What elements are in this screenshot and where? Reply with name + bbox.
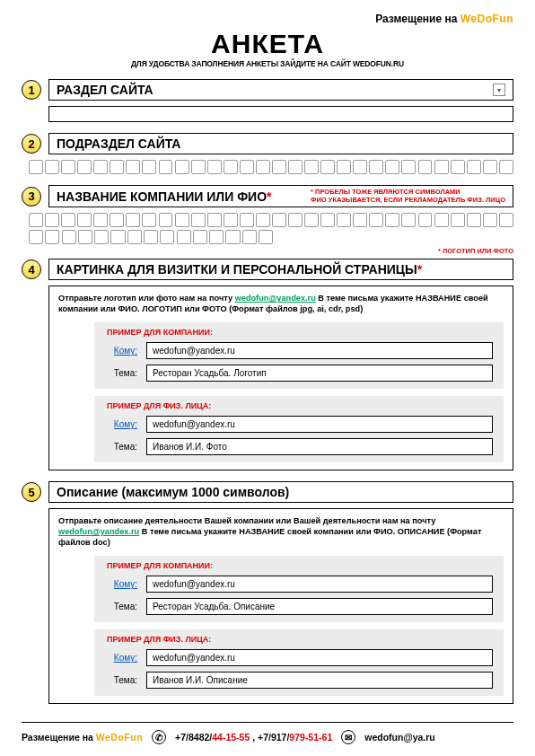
char-box[interactable]	[272, 160, 286, 174]
char-box[interactable]	[177, 230, 191, 244]
char-box[interactable]	[418, 213, 433, 227]
char-box[interactable]	[94, 230, 109, 244]
s5-company-to: wedofun@yandex.ru	[146, 576, 493, 593]
char-box[interactable]	[369, 160, 383, 174]
char-box[interactable]	[272, 213, 286, 227]
char-box[interactable]	[175, 160, 189, 174]
brand-label: WeDoFun	[460, 13, 513, 25]
char-box[interactable]	[225, 230, 240, 244]
char-box[interactable]	[259, 230, 273, 244]
char-box[interactable]	[385, 160, 399, 174]
char-box[interactable]	[401, 213, 416, 227]
footer-phones: +7/8482/44-15-55 , +7/917/979-51-61	[175, 732, 332, 743]
char-box[interactable]	[337, 213, 351, 227]
char-box[interactable]	[385, 213, 399, 227]
char-box[interactable]	[256, 213, 270, 227]
char-box[interactable]	[62, 230, 76, 244]
char-box[interactable]	[434, 160, 449, 174]
char-box[interactable]	[126, 213, 140, 227]
char-box[interactable]	[320, 213, 335, 227]
mail-icon: ✉	[341, 730, 355, 744]
char-box[interactable]	[288, 213, 303, 227]
char-box[interactable]	[142, 213, 156, 227]
logo-or-photo-note: * ЛОГОТИП ИЛИ ФОТО	[22, 247, 513, 255]
char-box[interactable]	[304, 160, 319, 174]
char-box[interactable]	[240, 213, 254, 227]
footer: Размещение на WeDoFun ✆ +7/8482/44-15-55…	[22, 722, 513, 744]
char-box[interactable]	[467, 213, 481, 227]
char-box[interactable]	[369, 213, 383, 227]
char-box[interactable]	[29, 230, 43, 244]
char-box[interactable]	[451, 160, 465, 174]
char-box[interactable]	[110, 230, 125, 244]
section-5-instructions: Отправьте описание деятельности Вашей ко…	[48, 508, 513, 704]
char-box[interactable]	[288, 160, 303, 174]
char-box[interactable]	[45, 230, 59, 244]
char-box[interactable]	[191, 160, 206, 174]
char-box[interactable]	[77, 160, 92, 174]
char-box[interactable]	[110, 160, 124, 174]
step-badge-4: 4	[22, 259, 41, 279]
char-box[interactable]	[144, 230, 158, 244]
char-box[interactable]	[418, 160, 433, 174]
section-3-note: * ПРОБЕЛЫ ТОЖЕ ЯВЛЯЮТСЯ СИМВОЛАМИФИО УКА…	[311, 189, 505, 204]
char-box[interactable]	[224, 213, 238, 227]
char-box[interactable]	[159, 160, 173, 174]
char-box[interactable]	[175, 213, 189, 227]
section-3-label: Название компании или ФИО*	[57, 189, 272, 204]
char-box[interactable]	[207, 213, 222, 227]
char-box[interactable]	[127, 230, 142, 244]
char-box[interactable]	[499, 213, 513, 227]
char-box[interactable]	[142, 160, 156, 174]
section-2-head: 2 Подраздел сайта	[22, 133, 513, 154]
char-box[interactable]	[242, 230, 257, 244]
char-box[interactable]	[45, 160, 59, 174]
char-box[interactable]	[467, 160, 481, 174]
char-box[interactable]	[451, 213, 465, 227]
char-box[interactable]	[93, 160, 108, 174]
char-box[interactable]	[159, 213, 173, 227]
section-1-bar[interactable]: Раздел сайта ▾	[48, 79, 513, 101]
char-box[interactable]	[193, 230, 207, 244]
char-box[interactable]	[483, 160, 497, 174]
chevron-down-icon[interactable]: ▾	[493, 84, 505, 96]
section-1-input[interactable]	[48, 106, 513, 122]
section-4-head: 4 Картинка для визитки и персональной ст…	[22, 259, 513, 280]
s4-example-person: ПРИМЕР ДЛЯ ФИЗ. ЛИЦА: Кому:wedofun@yande…	[94, 396, 504, 462]
char-box[interactable]	[191, 213, 206, 227]
char-box[interactable]	[110, 213, 124, 227]
char-box[interactable]	[337, 160, 351, 174]
char-box[interactable]	[483, 213, 497, 227]
char-box[interactable]	[320, 160, 335, 174]
char-box[interactable]	[78, 230, 92, 244]
char-box[interactable]	[256, 160, 270, 174]
char-box[interactable]	[126, 160, 140, 174]
char-box[interactable]	[353, 213, 367, 227]
char-box[interactable]	[304, 213, 319, 227]
char-box[interactable]	[224, 160, 238, 174]
char-box[interactable]	[240, 160, 254, 174]
char-box[interactable]	[353, 160, 367, 174]
char-box[interactable]	[61, 213, 75, 227]
char-box[interactable]	[93, 213, 108, 227]
char-box[interactable]	[434, 213, 449, 227]
char-box[interactable]	[61, 160, 75, 174]
char-box[interactable]	[29, 160, 43, 174]
char-box[interactable]	[160, 230, 174, 244]
subject-label: Тема:	[105, 602, 137, 611]
char-box[interactable]	[77, 213, 92, 227]
char-box[interactable]	[45, 213, 59, 227]
s5-example-company: ПРИМЕР ДЛЯ КОМПАНИИ: Кому:wedofun@yandex…	[94, 556, 504, 622]
s4-company-subj: Ресторан Усадьба. Логотип	[146, 365, 493, 382]
char-box[interactable]	[29, 213, 43, 227]
email-link-s4[interactable]: wedofun@yandex.ru	[235, 294, 316, 303]
to-label: Кому:	[105, 579, 137, 589]
char-box[interactable]	[207, 160, 222, 174]
footer-email: wedofun@ya.ru	[364, 732, 435, 743]
char-box[interactable]	[499, 160, 513, 174]
char-box[interactable]	[401, 160, 416, 174]
char-box[interactable]	[209, 230, 224, 244]
email-link-s5[interactable]: wedofun@yandex.ru	[58, 527, 139, 536]
section-3-charboxes-2	[29, 230, 513, 244]
subject-label: Тема:	[105, 675, 137, 685]
